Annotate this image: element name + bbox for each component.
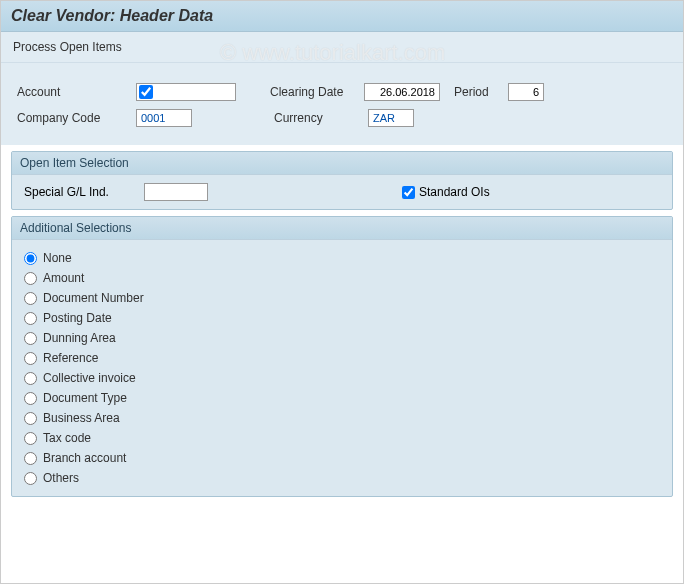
- additional-selection-label: Document Type: [43, 391, 127, 405]
- radio-row[interactable]: Reference: [24, 348, 660, 368]
- clearing-date-field[interactable]: [364, 83, 440, 101]
- additional-selection-radio[interactable]: [24, 472, 37, 485]
- open-item-selection-legend: Open Item Selection: [12, 152, 672, 175]
- radio-row[interactable]: Tax code: [24, 428, 660, 448]
- radio-row[interactable]: Branch account: [24, 448, 660, 468]
- additional-selection-radio[interactable]: [24, 352, 37, 365]
- additional-selection-label: Posting Date: [43, 311, 112, 325]
- standard-ois-wrapper[interactable]: Standard OIs: [402, 185, 490, 199]
- additional-selection-radio[interactable]: [24, 332, 37, 345]
- page-title: Clear Vendor: Header Data: [11, 7, 673, 25]
- additional-selection-label: None: [43, 251, 72, 265]
- company-code-field[interactable]: [136, 109, 192, 127]
- company-code-label: Company Code: [17, 111, 132, 125]
- additional-selection-label: Reference: [43, 351, 98, 365]
- additional-selection-radio[interactable]: [24, 432, 37, 445]
- process-open-items-button[interactable]: Process Open Items: [13, 40, 122, 54]
- additional-selection-label: Amount: [43, 271, 84, 285]
- additional-selection-radio[interactable]: [24, 392, 37, 405]
- radio-row[interactable]: Posting Date: [24, 308, 660, 328]
- additional-selection-label: Business Area: [43, 411, 120, 425]
- open-item-selection-group: Open Item Selection Special G/L Ind. Sta…: [11, 151, 673, 210]
- standard-ois-checkbox[interactable]: [402, 186, 415, 199]
- title-bar: Clear Vendor: Header Data: [1, 1, 683, 32]
- account-field-wrapper[interactable]: [136, 83, 236, 101]
- radio-row[interactable]: Collective invoice: [24, 368, 660, 388]
- additional-selection-label: Tax code: [43, 431, 91, 445]
- account-label: Account: [17, 85, 132, 99]
- radio-row[interactable]: Business Area: [24, 408, 660, 428]
- period-field[interactable]: [508, 83, 544, 101]
- special-gl-label: Special G/L Ind.: [24, 185, 144, 199]
- additional-selection-label: Document Number: [43, 291, 144, 305]
- header-form: Account Clearing Date Period Company Cod…: [1, 63, 683, 145]
- account-required-checkbox[interactable]: [139, 85, 153, 99]
- period-label: Period: [454, 85, 504, 99]
- standard-ois-label: Standard OIs: [419, 185, 490, 199]
- radio-row[interactable]: None: [24, 248, 660, 268]
- additional-selection-label: Branch account: [43, 451, 126, 465]
- additional-selection-label: Others: [43, 471, 79, 485]
- radio-row[interactable]: Others: [24, 468, 660, 488]
- additional-selection-radio[interactable]: [24, 372, 37, 385]
- currency-field[interactable]: [368, 109, 414, 127]
- additional-selection-radio[interactable]: [24, 272, 37, 285]
- radio-row[interactable]: Dunning Area: [24, 328, 660, 348]
- additional-selections-legend: Additional Selections: [12, 217, 672, 240]
- clearing-date-label: Clearing Date: [270, 85, 360, 99]
- currency-label: Currency: [274, 111, 364, 125]
- toolbar: Process Open Items: [1, 32, 683, 63]
- special-gl-field[interactable]: [144, 183, 208, 201]
- additional-selection-radio[interactable]: [24, 252, 37, 265]
- additional-selection-radio[interactable]: [24, 292, 37, 305]
- radio-row[interactable]: Document Type: [24, 388, 660, 408]
- radio-row[interactable]: Document Number: [24, 288, 660, 308]
- additional-selections-group: Additional Selections NoneAmountDocument…: [11, 216, 673, 497]
- additional-selection-radio[interactable]: [24, 452, 37, 465]
- additional-selection-radio[interactable]: [24, 412, 37, 425]
- additional-selection-label: Dunning Area: [43, 331, 116, 345]
- radio-row[interactable]: Amount: [24, 268, 660, 288]
- additional-selection-label: Collective invoice: [43, 371, 136, 385]
- additional-selection-radio[interactable]: [24, 312, 37, 325]
